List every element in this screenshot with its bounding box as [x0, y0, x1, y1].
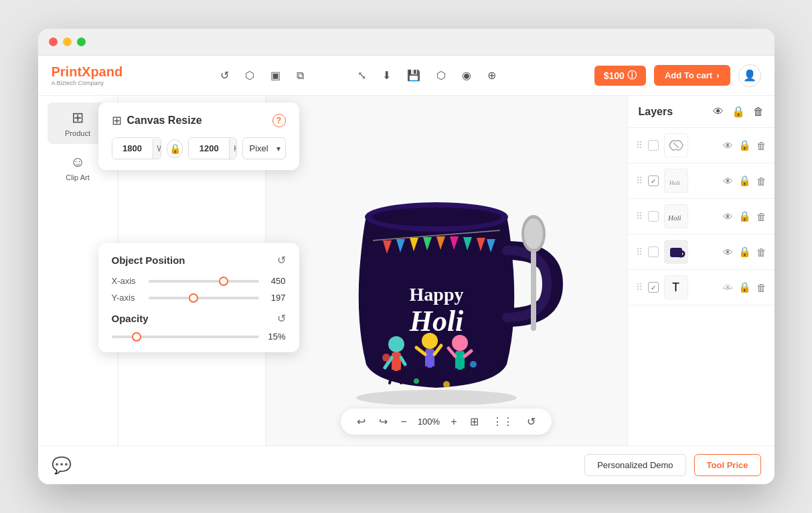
canvas-resize-title: Canvas Resize [127, 115, 202, 127]
unit-select[interactable]: Pixel Inch CM MM [242, 137, 286, 159]
layer-visibility-toggle[interactable]: 👁 [723, 140, 733, 151]
layer-thumbnail: Holi [664, 204, 688, 228]
layer-drag-handle[interactable]: ⠿ [636, 246, 643, 257]
layer-thumbnail: T [664, 275, 688, 299]
layer-drag-handle[interactable]: ⠿ [636, 282, 643, 293]
layer-checkbox[interactable] [648, 175, 659, 186]
layer-checkbox[interactable] [648, 140, 659, 151]
layer-visibility-toggle[interactable]: 👁 [723, 246, 733, 258]
layer-lock-toggle[interactable]: 🔒 [738, 175, 751, 187]
traffic-light-green[interactable] [77, 38, 86, 46]
height-input-group: H [188, 137, 236, 159]
layer-delete-btn[interactable]: 🗑 [756, 282, 766, 293]
layers-delete-icon[interactable]: 🗑 [753, 106, 764, 118]
save-icon-btn[interactable]: 💾 [404, 66, 423, 84]
svg-rect-16 [392, 352, 401, 371]
mug-svg: Happy Holi [313, 137, 580, 405]
opacity-header: Opacity ↺ [112, 312, 286, 325]
download-icon-btn[interactable]: ⬇ [380, 66, 394, 84]
logo-sub: A Biztech Company [52, 80, 123, 86]
bottom-canvas-toolbar: ↩ ↪ − 100% + ⊞ ⋮⋮ ↺ [341, 409, 552, 435]
layer-visibility-toggle[interactable]: 👁 [723, 175, 733, 187]
product-icon: ⊞ [72, 109, 84, 127]
layer-checkbox[interactable] [648, 282, 659, 293]
xaxis-slider[interactable] [149, 280, 259, 283]
layers-panel: Layers 👁 🔒 🗑 ⠿ [627, 96, 775, 445]
canvas-resize-help-icon[interactable]: ? [272, 114, 286, 127]
width-input[interactable] [112, 138, 153, 159]
browser-titlebar [38, 29, 775, 56]
shape-icon-btn[interactable]: ⬡ [242, 66, 257, 84]
resize-icon-btn[interactable]: ⤡ [355, 66, 369, 84]
object-position-popup: Object Position ↺ X-axis 450 Y-axis 197 [98, 243, 299, 352]
canvas-resize-popup: ⊞ Canvas Resize ? W 🔒 H [98, 102, 299, 170]
opacity-refresh-btn[interactable]: ↺ [277, 312, 286, 325]
undo-btn[interactable]: ↩ [354, 414, 368, 429]
layer-delete-btn[interactable]: 🗑 [756, 140, 766, 151]
opacity-section: Opacity ↺ 15% [112, 312, 286, 342]
obj-popup-title: Object Position [112, 254, 185, 266]
user-account-button[interactable]: 👤 [738, 64, 761, 87]
svg-line-26 [433, 368, 434, 380]
width-input-group: W [112, 137, 161, 159]
layer-visibility-toggle[interactable]: 👁 [723, 211, 733, 222]
traffic-light-red[interactable] [49, 38, 58, 46]
svg-text:Holi: Holi [669, 179, 681, 186]
canvas-resize-icon: ⊞ [112, 113, 122, 128]
traffic-light-yellow[interactable] [63, 38, 72, 46]
layer-delete-btn[interactable]: 🗑 [756, 211, 766, 222]
canvas-area: Happy Holi [266, 96, 627, 445]
grid-dots-btn[interactable]: ⋮⋮ [489, 414, 516, 429]
xaxis-label: X-axis [112, 276, 142, 286]
layer-checkbox[interactable] [648, 246, 659, 257]
personalized-demo-button[interactable]: Personalized Demo [584, 454, 685, 476]
layer-delete-btn[interactable]: 🗑 [756, 175, 766, 187]
logo-xpand: Xpand [82, 64, 123, 79]
svg-point-33 [382, 354, 390, 362]
layer-drag-handle[interactable]: ⠿ [636, 175, 643, 186]
zoom-minus-btn[interactable]: − [398, 415, 410, 429]
svg-rect-28 [455, 351, 465, 370]
main-content: ⊞ Product ☺ Clip Art Text ? [38, 96, 775, 445]
layer-visibility-toggle[interactable]: 👁 [723, 282, 733, 293]
layers-title: Layers [639, 106, 673, 118]
zoom-plus-btn[interactable]: + [448, 415, 459, 429]
opacity-title: Opacity [112, 313, 149, 324]
svg-point-27 [452, 335, 468, 351]
layer-lock-toggle[interactable]: 🔒 [738, 246, 751, 258]
price-badge: $100 ⓘ [594, 66, 646, 86]
obj-position-refresh-btn[interactable]: ↺ [277, 254, 286, 267]
svg-line-40 [673, 143, 679, 148]
refresh-canvas-btn[interactable]: ↺ [524, 414, 538, 429]
refresh-icon-btn[interactable]: ↺ [218, 66, 232, 84]
nav-icons-left: ↺ ⬡ ▣ ⧉ ⤡ ⬇ 💾 ⬡ ◉ ⊕ [136, 66, 581, 84]
layer-lock-toggle[interactable]: 🔒 [738, 281, 751, 293]
opacity-slider[interactable] [112, 336, 259, 338]
clone-icon-btn[interactable]: ⊕ [485, 66, 499, 84]
layer-lock-toggle[interactable]: 🔒 [738, 210, 751, 222]
svg-point-38 [524, 218, 543, 249]
share-icon-btn[interactable]: ⬡ [434, 66, 449, 84]
redo-btn[interactable]: ↪ [376, 414, 390, 429]
preview-icon-btn[interactable]: ◉ [459, 66, 474, 84]
yaxis-slider[interactable] [149, 297, 259, 299]
height-unit-label: H [229, 139, 236, 159]
add-to-cart-button[interactable]: Add To cart › [654, 65, 730, 86]
layer-row: ⠿ 👁 🔒 🗑 [628, 128, 775, 163]
layer-actions: 👁 🔒 🗑 [723, 210, 766, 222]
tool-price-button[interactable]: Tool Price [694, 454, 761, 476]
layer-lock-toggle[interactable]: 🔒 [738, 139, 751, 151]
height-input[interactable] [189, 138, 229, 159]
chat-bubble-icon[interactable]: 💬 [52, 456, 72, 475]
copy-icon-btn[interactable]: ⧉ [294, 67, 307, 84]
layer-checkbox[interactable] [648, 211, 659, 222]
layer-drag-handle[interactable]: ⠿ [636, 211, 643, 222]
layer-delete-btn[interactable]: 🗑 [756, 246, 766, 258]
square-icon-btn[interactable]: ▣ [268, 66, 283, 84]
grid-view-btn[interactable]: ⊞ [467, 414, 481, 429]
layers-visibility-icon[interactable]: 👁 [713, 106, 724, 118]
sidebar-clipart-label: Clip Art [66, 173, 89, 181]
layers-lock-icon[interactable]: 🔒 [732, 105, 745, 118]
layer-drag-handle[interactable]: ⠿ [636, 140, 643, 151]
lock-aspect-btn[interactable]: 🔒 [167, 139, 183, 158]
